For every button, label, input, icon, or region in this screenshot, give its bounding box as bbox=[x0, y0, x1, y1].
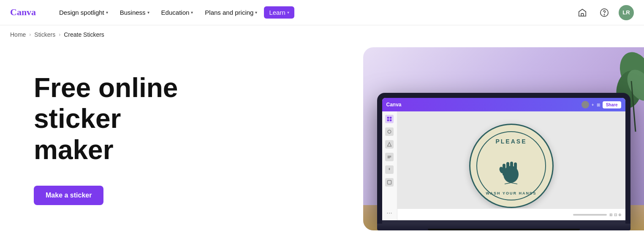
canva-mini-sidebar: ··· bbox=[382, 111, 397, 220]
hero-title: Free online sticker maker bbox=[34, 73, 270, 166]
canva-share-button[interactable]: Share bbox=[603, 101, 621, 108]
nav-education[interactable]: Education ▾ bbox=[156, 6, 198, 19]
sticker-inner: PLEASE bbox=[476, 131, 546, 201]
canva-mini-header-right: + ⊞ Share bbox=[582, 101, 621, 108]
chevron-down-icon: ▾ bbox=[191, 10, 193, 15]
sticker-text-top: PLEASE bbox=[495, 138, 527, 145]
zoom-bar bbox=[573, 214, 607, 216]
sidebar-icon-4 bbox=[385, 153, 394, 161]
help-button[interactable] bbox=[597, 5, 612, 20]
svg-point-3 bbox=[604, 14, 604, 15]
svg-point-12 bbox=[388, 130, 391, 133]
chevron-down-icon: ▾ bbox=[287, 10, 289, 15]
breadcrumb-home[interactable]: Home bbox=[10, 31, 26, 38]
canva-bottom-toolbar: ⊞ ⊟ ⊕ bbox=[397, 208, 625, 220]
sidebar-icon-2 bbox=[385, 127, 394, 136]
home-button[interactable] bbox=[575, 5, 590, 20]
sidebar-icon-5 bbox=[385, 165, 394, 174]
svg-rect-13 bbox=[388, 156, 391, 157]
laptop-bottom-bar bbox=[382, 220, 625, 224]
canva-plus-icon: + bbox=[592, 103, 594, 107]
svg-rect-16 bbox=[388, 181, 391, 184]
svg-rect-9 bbox=[390, 117, 392, 119]
breadcrumb-sep-2: › bbox=[59, 32, 60, 38]
canva-canvas: PLEASE bbox=[397, 111, 625, 220]
sidebar-more-icon: ··· bbox=[386, 209, 392, 217]
make-sticker-button[interactable]: Make a sticker bbox=[34, 186, 103, 205]
hero-section: Free online sticker maker Make a sticker bbox=[0, 44, 363, 234]
svg-line-24 bbox=[511, 183, 517, 184]
breadcrumb-sep-1: › bbox=[29, 32, 31, 38]
canva-user-icon bbox=[582, 101, 589, 108]
nav-design-spotlight[interactable]: Design spotlight ▾ bbox=[54, 6, 113, 19]
svg-rect-1 bbox=[581, 13, 584, 16]
svg-rect-10 bbox=[387, 119, 389, 122]
laptop-mockup: Canva + ⊞ Share bbox=[377, 93, 630, 230]
svg-rect-8 bbox=[387, 117, 389, 119]
svg-rect-20 bbox=[510, 162, 513, 174]
sticker-hand-icon bbox=[498, 155, 524, 185]
canva-mini-header: Canva + ⊞ Share bbox=[382, 98, 625, 111]
nav-plans-pricing[interactable]: Plans and pricing ▾ bbox=[200, 6, 262, 19]
zoom-icons: ⊞ ⊟ ⊕ bbox=[609, 213, 622, 217]
svg-rect-21 bbox=[514, 162, 517, 174]
breadcrumb-current: Create Stickers bbox=[64, 31, 104, 38]
main-nav: Canva Design spotlight ▾ Business ▾ Educ… bbox=[0, 0, 644, 25]
sticker-text-bottom: WASH YOUR HANDS bbox=[484, 191, 538, 195]
sidebar-icon-1 bbox=[385, 115, 394, 123]
hero-image-panel: Canva + ⊞ Share bbox=[363, 47, 644, 230]
sticker-design: PLEASE bbox=[469, 124, 554, 208]
svg-rect-19 bbox=[506, 162, 509, 175]
sidebar-icon-6 bbox=[385, 178, 394, 187]
nav-learn[interactable]: Learn ▾ bbox=[264, 6, 294, 19]
svg-line-23 bbox=[505, 183, 511, 184]
canva-grid-icon: ⊞ bbox=[597, 103, 600, 107]
nav-right: LR bbox=[575, 5, 634, 20]
svg-rect-15 bbox=[388, 158, 390, 159]
nav-items: Design spotlight ▾ Business ▾ Education … bbox=[54, 6, 575, 19]
main-content: Free online sticker maker Make a sticker bbox=[0, 44, 644, 234]
canva-logo[interactable]: Canva bbox=[10, 6, 41, 19]
chevron-down-icon: ▾ bbox=[255, 10, 257, 15]
breadcrumb: Home › Stickers › Create Stickers bbox=[0, 25, 644, 44]
svg-text:Canva: Canva bbox=[10, 7, 36, 17]
canva-mini-logo: Canva bbox=[386, 102, 402, 108]
svg-rect-14 bbox=[388, 157, 391, 157]
chevron-down-icon: ▾ bbox=[106, 10, 108, 15]
laptop-base bbox=[377, 224, 630, 230]
nav-business[interactable]: Business ▾ bbox=[115, 6, 155, 19]
sidebar-icon-3 bbox=[385, 140, 394, 149]
chevron-down-icon: ▾ bbox=[147, 10, 149, 15]
breadcrumb-stickers[interactable]: Stickers bbox=[34, 31, 55, 38]
avatar[interactable]: LR bbox=[619, 5, 634, 20]
canva-mini-body: ··· PLEASE bbox=[382, 111, 625, 220]
svg-rect-11 bbox=[390, 119, 392, 122]
